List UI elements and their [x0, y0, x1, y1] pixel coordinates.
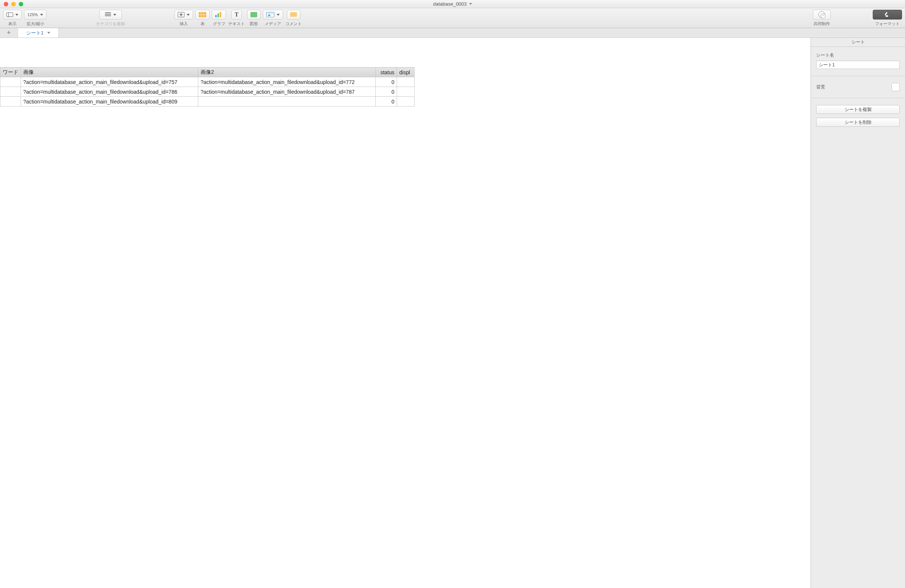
cell[interactable]	[397, 87, 414, 97]
chevron-down-icon	[469, 3, 472, 5]
duplicate-sheet-button[interactable]: シートを複製	[816, 105, 900, 114]
category-label: カテゴリを追加	[96, 21, 125, 27]
sheet-tab-label: シート1	[26, 30, 43, 37]
text-icon: T	[235, 11, 239, 18]
cell[interactable]: ?action=multidatabase_action_main_filedo…	[198, 77, 376, 87]
comment-tool: コメント	[285, 10, 302, 27]
media-label: メディア	[265, 21, 281, 27]
table-row: ?action=multidatabase_action_main_filedo…	[0, 77, 414, 87]
share-tool: 共同制作	[813, 10, 831, 27]
chevron-down-icon	[277, 14, 279, 16]
cell[interactable]	[198, 97, 376, 106]
view-button[interactable]	[3, 10, 22, 19]
inspector-tab-sheet[interactable]: シート	[811, 38, 905, 47]
chevron-down-icon	[47, 32, 50, 34]
sheet-tab-1[interactable]: シート1	[18, 28, 59, 38]
close-window-button[interactable]	[4, 2, 8, 6]
toolbar: 表示 125% 拡大/縮小 カテゴリを追加 挿入 表 グラフ	[0, 8, 905, 28]
list-icon	[105, 13, 111, 17]
chevron-down-icon	[40, 14, 43, 16]
shape-label: 図形	[250, 21, 258, 27]
view-icon	[6, 13, 13, 17]
cell[interactable]	[397, 77, 414, 87]
sheet-name-label: シート名	[816, 52, 900, 59]
add-sheet-button[interactable]: +	[0, 28, 18, 38]
share-label: 共同制作	[813, 21, 830, 27]
sheet-tab-strip: + シート1	[0, 28, 905, 38]
comment-label: コメント	[285, 21, 302, 27]
text-tool: T テキスト	[228, 10, 245, 27]
sheet-canvas[interactable]: ワード 画像 画像2 status displ ?action=multidat…	[0, 38, 811, 588]
media-button[interactable]	[263, 10, 283, 19]
insert-button[interactable]	[174, 10, 193, 19]
view-label: 表示	[8, 21, 16, 27]
document-title-dropdown[interactable]: database_0003	[433, 1, 472, 7]
cell[interactable]	[0, 97, 21, 106]
table-tool: 表	[195, 10, 210, 27]
cell[interactable]: 0	[376, 77, 397, 87]
cell[interactable]: 0	[376, 87, 397, 97]
inspector-panel: シート シート名 背景 シートを複製 シートを削除	[811, 38, 905, 588]
inspector-tab-label: シート	[851, 39, 865, 45]
format-tool: フォーマット	[873, 10, 902, 27]
comment-icon	[290, 13, 297, 17]
cell[interactable]	[0, 87, 21, 97]
zoom-window-button[interactable]	[19, 2, 23, 6]
insert-label: 挿入	[179, 21, 188, 27]
background-label: 背景	[816, 84, 825, 91]
text-label: テキスト	[228, 21, 245, 27]
cell[interactable]	[397, 97, 414, 106]
table-row: ?action=multidatabase_action_main_filedo…	[0, 87, 414, 97]
format-button[interactable]	[873, 10, 902, 19]
chart-tool: グラフ	[212, 10, 226, 27]
plus-box-icon	[178, 12, 184, 17]
traffic-lights	[0, 2, 23, 6]
brush-icon	[884, 12, 891, 17]
zoom-tool: 125% 拡大/縮小	[24, 10, 46, 27]
shape-icon	[251, 12, 257, 17]
table-button[interactable]	[195, 10, 210, 19]
cell[interactable]: ?action=multidatabase_action_main_filedo…	[198, 87, 376, 97]
category-tool: カテゴリを追加	[96, 10, 125, 27]
table-icon	[199, 12, 206, 17]
chevron-down-icon	[15, 14, 18, 16]
cell[interactable]	[0, 77, 21, 87]
cell[interactable]: ?action=multidatabase_action_main_filedo…	[21, 87, 198, 97]
comment-button[interactable]	[287, 10, 300, 19]
shape-button[interactable]	[247, 10, 260, 19]
chevron-down-icon	[113, 14, 116, 16]
view-tool: 表示	[3, 10, 22, 27]
minimize-window-button[interactable]	[11, 2, 16, 6]
col-header[interactable]: ワード	[0, 67, 21, 77]
media-tool: メディア	[263, 10, 283, 27]
table-label: 表	[200, 21, 205, 27]
zoom-value: 125%	[27, 13, 38, 17]
media-icon	[266, 12, 275, 17]
chart-button[interactable]	[212, 10, 226, 19]
insert-tool: 挿入	[174, 10, 193, 27]
shape-tool: 図形	[247, 10, 260, 27]
text-button[interactable]: T	[231, 10, 242, 19]
sheet-name-input[interactable]	[816, 61, 900, 69]
data-table[interactable]: ワード 画像 画像2 status displ ?action=multidat…	[0, 67, 414, 106]
chart-label: グラフ	[213, 21, 225, 27]
share-icon	[818, 11, 825, 18]
zoom-label: 拡大/縮小	[27, 21, 44, 27]
zoom-button[interactable]: 125%	[24, 10, 46, 19]
category-button[interactable]	[99, 10, 122, 19]
cell[interactable]: ?action=multidatabase_action_main_filedo…	[21, 77, 198, 87]
col-header[interactable]: 画像	[21, 67, 198, 77]
share-button[interactable]	[813, 10, 831, 19]
col-header[interactable]: status	[376, 67, 397, 77]
col-header[interactable]: 画像2	[198, 67, 376, 77]
cell[interactable]: 0	[376, 97, 397, 106]
col-header[interactable]: displ	[397, 67, 414, 77]
delete-sheet-button[interactable]: シートを削除	[816, 118, 900, 127]
chevron-down-icon	[187, 14, 190, 16]
document-title: database_0003	[433, 1, 467, 7]
background-swatch[interactable]	[892, 83, 900, 91]
table-row: ?action=multidatabase_action_main_filedo…	[0, 97, 414, 106]
chart-icon	[215, 12, 223, 17]
table-header-row: ワード 画像 画像2 status displ	[0, 67, 414, 77]
cell[interactable]: ?action=multidatabase_action_main_filedo…	[21, 97, 198, 106]
